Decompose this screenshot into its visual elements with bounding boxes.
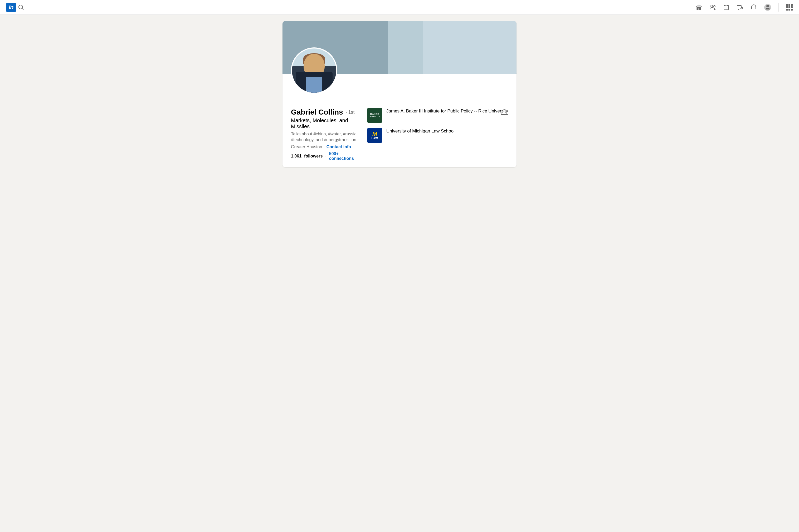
nav-icons: [696, 3, 793, 12]
profile-degree: · 1st: [346, 110, 355, 115]
notifications-icon: [750, 4, 757, 11]
stats-separator: ·: [325, 154, 326, 158]
linkedin-logo[interactable]: in: [6, 3, 16, 12]
messaging-nav-item[interactable]: [737, 4, 743, 11]
search-icon: [18, 4, 24, 11]
michigan-law-text: LAW: [371, 137, 378, 140]
profile-location-row: Greater Houston · Contact info: [291, 145, 359, 149]
michigan-school-name: University of Michigan Law School: [386, 128, 454, 134]
bell-icon: [501, 109, 508, 116]
home-icon: [696, 4, 702, 11]
body-shape: [296, 72, 333, 93]
profile-body: Gabriel Collins · 1st Markets, Molecules…: [291, 108, 508, 161]
baker-institute-name: James A. Baker III Institute for Public …: [386, 108, 508, 114]
jobs-icon: [723, 4, 729, 11]
michigan-m-letter: M: [372, 131, 377, 137]
profile-avatar-ring[interactable]: [291, 48, 337, 94]
profile-main: Gabriel Collins · 1st Markets, Molecules…: [291, 108, 359, 161]
profile-avatar-small: [764, 4, 771, 11]
jobs-nav-item[interactable]: [723, 4, 729, 11]
profile-card: Gabriel Collins · 1st Markets, Molecules…: [282, 21, 517, 167]
profile-stats-row: 1,061 followers · 500+ connections: [291, 151, 359, 161]
baker-logo-line1: BAKER: [370, 113, 379, 116]
affiliation-michigan[interactable]: M LAW University of Michigan Law School: [367, 128, 508, 143]
profile-info-section: Gabriel Collins · 1st Markets, Molecules…: [282, 103, 517, 167]
profile-nav-item[interactable]: [764, 4, 771, 11]
notifications-nav-item[interactable]: [750, 4, 757, 11]
connections-link[interactable]: 500+ connections: [329, 151, 359, 161]
shirt-shape: [306, 77, 322, 93]
contact-info-link[interactable]: Contact info: [327, 145, 351, 149]
baker-logo: BAKER INSTITUTE: [367, 108, 382, 123]
followers-label: followers: [304, 154, 322, 158]
profile-topics: Talks about #china, #water, #russia, #te…: [291, 131, 359, 143]
michigan-logo: M LAW: [367, 128, 382, 143]
page-container: Gabriel Collins · 1st Markets, Molecules…: [278, 21, 521, 167]
network-icon: [709, 4, 716, 11]
profile-aside: BAKER INSTITUTE James A. Baker III Insti…: [367, 108, 508, 148]
profile-photo: [292, 49, 336, 93]
nav-divider: [778, 3, 779, 12]
profile-name: Gabriel Collins: [291, 108, 343, 116]
search-button[interactable]: [18, 4, 24, 11]
navbar: in: [0, 0, 799, 15]
profile-name-row: Gabriel Collins · 1st: [291, 108, 359, 116]
profile-location: Greater Houston: [291, 145, 322, 149]
messaging-icon: [737, 4, 743, 11]
network-nav-item[interactable]: [709, 4, 716, 11]
followers-count: 1,061: [291, 154, 301, 158]
search-area: [18, 4, 24, 11]
affiliation-baker[interactable]: BAKER INSTITUTE James A. Baker III Insti…: [367, 108, 508, 123]
user-silhouette-icon: [764, 4, 771, 11]
profile-headline: Markets, Molecules, and Missiles: [291, 117, 359, 130]
profile-avatar-area: [291, 48, 337, 94]
banner-shape-light: [423, 21, 517, 74]
apps-nav-item[interactable]: [786, 4, 793, 11]
location-separator: ·: [323, 145, 325, 149]
grid-icon: [786, 4, 793, 11]
home-nav-item[interactable]: [696, 4, 702, 11]
baker-logo-line2: INSTITUTE: [370, 116, 380, 118]
bell-button[interactable]: [501, 109, 508, 117]
